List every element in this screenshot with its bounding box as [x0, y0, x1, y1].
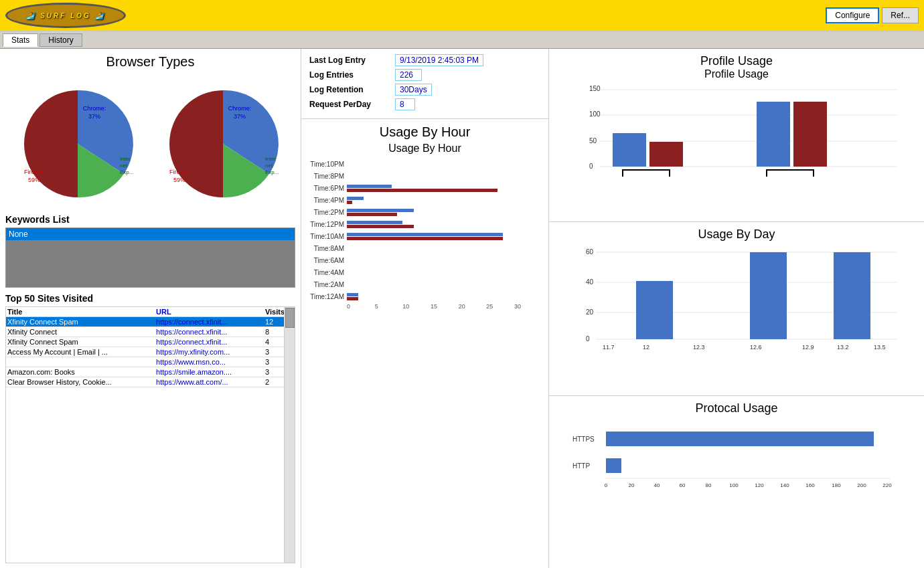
table-cell-url: https://smile.amazon.... — [155, 367, 264, 377]
hour-bar-pair — [347, 221, 414, 228]
hour-bar-red — [347, 237, 503, 240]
protocol-https-label: HTTPS — [572, 436, 595, 443]
chrome-pct-1: 37% — [88, 113, 100, 120]
profile-usage-title: Profile Usage — [554, 54, 919, 68]
table-scrollbar[interactable] — [284, 307, 295, 563]
request-per-day-row: Request PerDay 8 — [309, 98, 540, 110]
proto-x-100: 100 — [729, 482, 739, 488]
proto-x-40: 40 — [654, 482, 660, 488]
hour-x-label: 10 — [402, 303, 409, 310]
keywords-list[interactable]: None — [5, 227, 295, 288]
hour-bar-blue — [347, 221, 402, 224]
hour-x-label: 5 — [375, 303, 378, 310]
hour-x-axis: 051015202530 — [347, 303, 543, 312]
hour-bar-row: Time:8AM — [307, 243, 543, 254]
log-retention-label: Log Retention — [309, 85, 390, 94]
top-sites-title: Top 50 Sites Visited — [5, 293, 295, 304]
hour-bar-label: Time:4PM — [307, 197, 347, 204]
table-row[interactable]: Clear Browser History, Cookie...https://… — [6, 377, 295, 387]
hour-bar-label: Time:8PM — [307, 173, 347, 180]
table-cell-url: https://connect.xfinit... — [155, 337, 264, 347]
y-label-150: 150 — [589, 85, 601, 92]
protocol-title: Protocal Usage — [554, 401, 919, 415]
profile-bar-1-red — [649, 142, 683, 167]
proto-x-20: 20 — [629, 482, 635, 488]
hour-bar-red — [347, 213, 397, 216]
scroll-thumb[interactable] — [285, 308, 295, 328]
ie-label-1c: Exp... — [120, 169, 133, 175]
hour-bar-row: Time:12PM — [307, 219, 543, 229]
day-y-40: 40 — [586, 278, 594, 286]
middle-panel: Last Log Entry 9/13/2019 2:45:03 PM Log … — [301, 49, 549, 568]
day-bar-12 — [636, 281, 673, 339]
top-sites-table: Title URL Visits Xfinity Connect Spamhtt… — [6, 307, 295, 387]
hour-bar-pair — [347, 293, 358, 300]
keywords-section: Keywords List None — [5, 214, 295, 288]
chrome-pct-2: 37% — [234, 113, 246, 120]
hour-bar-label: Time:12PM — [307, 221, 347, 228]
table-cell-title: Xfinity Connect Spam — [6, 317, 155, 327]
pie-svg-2: Chrome: 37% Firefox: 59% Inter net Exp..… — [166, 77, 280, 207]
table-row[interactable]: Amazon.com: Bookshttps://smile.amazon...… — [6, 367, 295, 377]
table-row[interactable]: Access My Account | Email | ...https://m… — [6, 347, 295, 357]
table-row[interactable]: https://www.msn.co...3 — [6, 357, 295, 367]
configure-button[interactable]: Configure — [826, 7, 879, 23]
table-row[interactable]: Xfinity Connect Spamhttps://connect.xfin… — [6, 317, 295, 327]
hour-bar-label: Time:10PM — [307, 161, 347, 168]
header-buttons: Configure Ref... — [826, 7, 919, 23]
top-sites-section: Top 50 Sites Visited Title URL Visits Xf… — [5, 293, 295, 563]
protocol-http-label: HTTP — [572, 462, 590, 470]
day-y-0: 0 — [586, 335, 590, 343]
firefox-label-1: Firefox: — [24, 169, 44, 175]
y-label-50: 50 — [589, 137, 597, 145]
pie-chart-1: Chrome: 37% Firefox: 59% Inter net Exp..… — [17, 75, 138, 209]
proto-x-80: 80 — [706, 482, 712, 488]
firefox-pct-2: 59% — [173, 177, 185, 183]
table-cell-title: Access My Account | Email | ... — [6, 347, 155, 357]
hour-x-label: 30 — [514, 303, 521, 310]
last-log-entry-row: Last Log Entry 9/13/2019 2:45:03 PM — [309, 54, 540, 66]
table-row[interactable]: Xfinity Connecthttps://connect.xfinit...… — [6, 327, 295, 337]
profile-chart-area: 150 100 50 0 — [554, 83, 919, 216]
col-title: Title — [6, 307, 155, 317]
hour-bar-row: Time:2PM — [307, 207, 543, 217]
x-label-135: 13.5 — [874, 344, 886, 351]
hour-bar-row: Time:8PM — [307, 171, 543, 181]
day-bar-132 — [834, 252, 870, 339]
tab-stats[interactable]: Stats — [3, 33, 38, 47]
protocol-chart-area: HTTPS HTTP 0 20 40 60 80 100 120 140 — [554, 418, 919, 563]
ie-label-2c: Exp... — [265, 169, 279, 175]
refresh-button[interactable]: Ref... — [882, 7, 919, 23]
hour-bar-row: Time:4PM — [307, 195, 543, 205]
x-label-12: 12 — [643, 344, 649, 351]
log-retention-row: Log Retention 30Days — [309, 84, 540, 96]
https-bar — [606, 432, 874, 446]
proto-x-160: 160 — [805, 482, 815, 488]
hour-bar-pair — [347, 185, 497, 192]
hour-bar-pair — [347, 209, 414, 216]
table-row[interactable]: Xfinity Connect Spamhttps://connect.xfin… — [6, 337, 295, 347]
table-cell-title: Clear Browser History, Cookie... — [6, 377, 155, 387]
day-chart-area: 60 40 20 0 11.7 — [554, 244, 919, 389]
hour-bar-red — [347, 189, 497, 192]
x-label-117: 11.7 — [603, 344, 615, 351]
ie-label-2: Inter — [265, 156, 276, 162]
log-entries-label: Log Entries — [309, 70, 390, 80]
hour-bar-blue — [347, 185, 392, 188]
hour-bar-label: Time:4AM — [307, 269, 347, 276]
tab-history[interactable]: History — [40, 33, 82, 47]
profile-usage-section: Profile Usage Profile Usage 150 100 50 0 — [549, 49, 924, 222]
keyword-item-none[interactable]: None — [6, 228, 295, 240]
hour-bar-label: Time:2PM — [307, 209, 347, 216]
proto-x-200: 200 — [857, 482, 866, 488]
main-content: Browser Types Chrome: 37% Firefox: 59% — [0, 49, 924, 568]
day-bar-126 — [750, 252, 787, 339]
usage-by-hour-title: Usage By Hour — [307, 124, 543, 140]
hour-bar-red — [347, 297, 358, 300]
left-panel: Browser Types Chrome: 37% Firefox: 59% — [0, 49, 301, 568]
table-cell-title: Xfinity Connect — [6, 327, 155, 337]
table-cell-url: https://connect.xfinit... — [155, 317, 264, 327]
hour-bar-pair — [347, 233, 503, 240]
chrome-label-2: Chrome: — [228, 105, 251, 112]
proto-x-140: 140 — [780, 482, 789, 488]
